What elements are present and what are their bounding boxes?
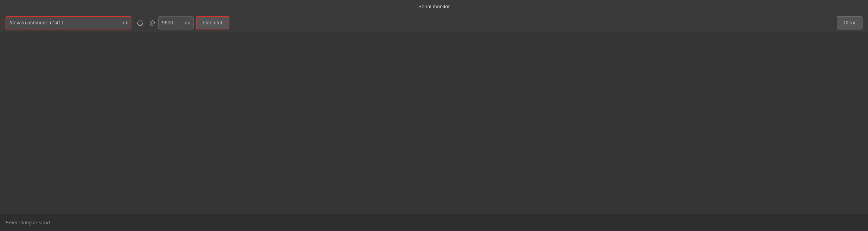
toolbar: /dev/cu.usbmodem1411 ⬆⬇ @ 300 1200 2400 … xyxy=(0,13,868,33)
title-bar: Serial monitor xyxy=(0,0,868,13)
refresh-icon xyxy=(137,19,144,26)
input-bar xyxy=(0,214,868,231)
send-input[interactable] xyxy=(6,220,862,226)
baud-select-wrapper: 300 1200 2400 4800 9600 19200 38400 5760… xyxy=(158,16,194,29)
at-symbol: @ xyxy=(149,20,156,26)
monitor-output xyxy=(0,33,868,214)
connect-button[interactable]: Connect xyxy=(196,16,229,29)
refresh-ports-button[interactable] xyxy=(134,16,146,29)
port-select[interactable]: /dev/cu.usbmodem1411 xyxy=(6,16,131,29)
serial-monitor-window: Serial monitor /dev/cu.usbmodem1411 ⬆⬇ @… xyxy=(0,0,868,231)
clear-button[interactable]: Clear xyxy=(837,16,862,29)
port-select-wrapper: /dev/cu.usbmodem1411 ⬆⬇ xyxy=(6,16,131,29)
baud-rate-select[interactable]: 300 1200 2400 4800 9600 19200 38400 5760… xyxy=(158,16,194,29)
window-title: Serial monitor xyxy=(418,4,450,9)
